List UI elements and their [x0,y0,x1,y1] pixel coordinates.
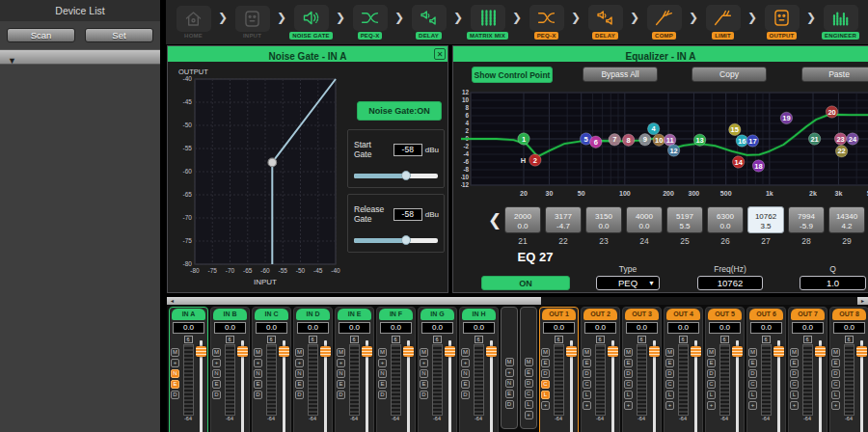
strip-button-+[interactable]: + [505,368,514,377]
scan-button[interactable]: Scan [7,28,75,42]
strip-button-e[interactable]: E [665,359,674,367]
strip-button-d[interactable]: D [790,369,799,378]
channel-gain-value[interactable]: 0.0 [709,322,741,334]
strip-button-m[interactable]: M [378,348,387,357]
strip-button-m[interactable]: M [171,348,179,357]
strip-button-d[interactable]: D [831,369,840,378]
strip-button-n[interactable]: N [420,369,428,378]
strip-button-+[interactable]: + [525,411,533,419]
eq-band-button-23[interactable]: 31500.0 [585,206,622,233]
scroll-left-icon[interactable]: ◄ [167,297,177,305]
channel-gain-value[interactable]: 0.0 [792,322,824,334]
strip-button-+[interactable]: + [748,401,757,410]
fader-handle[interactable] [649,346,660,357]
bypass-all-button[interactable]: Bypass All [583,67,658,82]
strip-button-+[interactable]: + [295,359,304,367]
strip-button-d[interactable]: D [525,379,533,388]
fader-handle[interactable] [320,346,331,357]
fader-handle[interactable] [403,346,414,357]
strip-button-l[interactable]: L [583,391,591,399]
strip-button-+[interactable]: + [254,359,262,367]
strip-button-m[interactable]: M [665,348,674,357]
close-icon[interactable]: ✕ [434,48,446,60]
fader-handle[interactable] [362,346,372,357]
strip-button-n[interactable]: N [505,379,514,388]
strip-button-d[interactable]: D [212,391,221,399]
strip-button-n[interactable]: N [254,369,262,378]
strip-button-m[interactable]: M [505,358,514,366]
eq-point-23[interactable]: 23 [834,133,846,145]
eq-point-4[interactable]: 4 [647,122,659,134]
strip-button-c[interactable]: C [525,390,533,398]
eq-q-field[interactable]: 1.0 [800,276,866,290]
strip-button-d[interactable]: D [171,391,179,399]
strip-button-c[interactable]: C [831,380,840,389]
strip-button-d[interactable]: D [254,391,262,399]
copy-button[interactable]: Copy [692,67,767,82]
strip-button-e[interactable]: E [624,359,633,367]
fader-handle[interactable] [237,346,248,357]
fader-handle[interactable] [815,346,826,357]
channel-gain-value[interactable]: 0.0 [463,322,495,334]
strip-button-e[interactable]: E [461,380,470,389]
fader-handle[interactable] [856,346,867,357]
channel-gain-value[interactable]: 0.0 [667,322,699,334]
nav-item-delay-input[interactable]: DELAY [406,5,451,40]
eq-band-button-22[interactable]: 3177-4.7 [545,206,582,233]
noise-gate-on-button[interactable]: Noise Gate:ON [357,101,442,121]
channel-gain-value[interactable]: 0.0 [584,322,616,334]
eq-point-6[interactable]: 6 [590,136,602,148]
strip-button-e[interactable]: E [212,380,221,389]
fader-handle[interactable] [196,346,206,357]
channel-gain-value[interactable]: 0.0 [380,322,412,334]
strip-button-e[interactable]: E [337,380,345,389]
strip-button-d[interactable]: D [748,369,757,378]
nav-item-comp[interactable]: COMP [641,5,687,40]
scroll-right-icon[interactable]: ► [857,297,868,305]
strip-button-n[interactable]: N [212,369,221,378]
strip-button-n[interactable]: N [171,369,179,378]
strip-button-+[interactable]: + [337,359,345,367]
mixer-scrollbar[interactable]: ◄ ► [167,297,868,305]
fader-handle[interactable] [445,346,455,357]
channel-gain-value[interactable]: 0.0 [339,322,370,334]
strip-button-m[interactable]: M [420,348,428,357]
channel-gain-value[interactable]: 0.0 [173,322,204,334]
eq-band-button-29[interactable]: 143404.2 [828,206,865,233]
eq-on-button[interactable]: ON [481,276,570,290]
strip-button-+[interactable]: + [665,401,674,410]
strip-button-e[interactable]: E [748,359,757,367]
paste-button[interactable]: Paste [801,67,868,82]
eq-point-22[interactable]: 22 [835,146,847,157]
strip-button-c[interactable]: C [624,380,633,389]
strip-button-+[interactable]: + [461,359,470,367]
strip-button-m[interactable]: M [295,348,304,357]
strip-button-m[interactable]: M [541,348,550,357]
fader-handle[interactable] [608,346,618,357]
eq-freq-field[interactable]: 10762 [697,276,763,290]
release-gate-slider[interactable] [354,238,438,243]
strip-button-l[interactable]: L [748,391,757,399]
strip-button-l[interactable]: L [525,400,533,409]
strip-button-e[interactable]: E [171,380,179,389]
strip-button-d[interactable]: D [295,391,304,399]
strip-button-m[interactable]: M [624,348,633,357]
start-gate-value[interactable]: -58 [393,144,422,156]
nav-item-input[interactable]: INPUT [230,6,275,39]
release-gate-value[interactable]: -58 [393,208,422,221]
start-gate-slider[interactable] [354,174,438,178]
strip-button-d[interactable]: D [420,391,428,399]
strip-button-m[interactable]: M [707,348,716,357]
strip-button-m[interactable]: M [254,348,262,357]
strip-button-+[interactable]: + [378,359,387,367]
strip-button-c[interactable]: C [583,380,591,389]
eq-point-9[interactable]: 9 [639,134,651,146]
eq-point-16[interactable]: 16 [736,135,747,147]
channel-gain-value[interactable]: 0.0 [626,322,658,334]
fader-handle[interactable] [566,346,577,357]
nav-item-output[interactable]: OUTPUT [759,5,804,40]
strip-button-e[interactable]: E [583,359,591,367]
fader-handle[interactable] [773,346,784,357]
channel-gain-value[interactable]: 0.0 [833,322,865,334]
channel-gain-value[interactable]: 0.0 [297,322,329,334]
